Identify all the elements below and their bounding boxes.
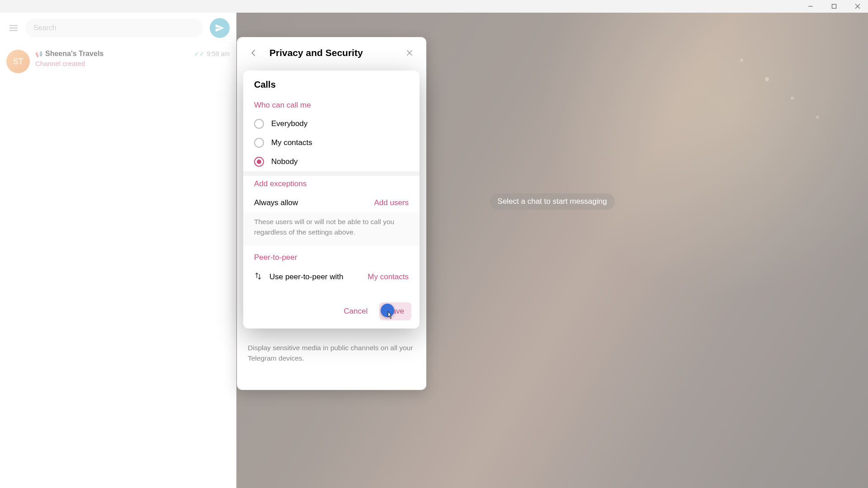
sensitive-media-note: Display sensitive media in public channe… [237, 339, 426, 372]
always-allow-label: Always allow [254, 198, 298, 207]
panel-title: Privacy and Security [269, 47, 394, 58]
close-window-button[interactable] [850, 2, 865, 11]
minimize-button[interactable] [803, 2, 818, 11]
exceptions-header: Add exceptions [243, 176, 420, 193]
radio-icon [254, 138, 264, 148]
radio-label: Everybody [271, 119, 307, 128]
radio-label: My contacts [271, 138, 312, 147]
modal-title: Calls [243, 70, 420, 97]
cancel-button[interactable]: Cancel [336, 302, 375, 320]
window-titlebar [0, 0, 868, 13]
p2p-value: My contacts [368, 272, 409, 282]
p2p-label: Use peer-to-peer with [269, 272, 343, 282]
always-allow-row[interactable]: Always allow Add users [243, 193, 420, 213]
modal-overlay [0, 13, 868, 488]
radio-option-my-contacts[interactable]: My contacts [243, 133, 420, 152]
radio-icon-selected [254, 157, 264, 167]
cursor-icon [386, 310, 394, 323]
p2p-header: Peer-to-peer [243, 246, 420, 267]
arrows-up-down-icon [254, 272, 262, 282]
add-users-link[interactable]: Add users [374, 198, 409, 207]
calls-settings-modal: Calls Who can call me Everybody My conta… [243, 70, 420, 328]
p2p-row[interactable]: Use peer-to-peer with My contacts [243, 267, 420, 293]
save-button[interactable]: Save [379, 302, 411, 320]
maximize-button[interactable] [826, 2, 842, 11]
exceptions-hint: These users will or will not be able to … [243, 213, 420, 246]
radio-icon [254, 119, 264, 129]
close-panel-button[interactable] [402, 45, 417, 61]
back-button[interactable] [246, 45, 261, 61]
svg-rect-1 [832, 5, 836, 9]
who-can-call-header: Who can call me [243, 97, 420, 114]
divider [243, 171, 420, 176]
radio-option-nobody[interactable]: Nobody [243, 152, 420, 171]
radio-option-everybody[interactable]: Everybody [243, 114, 420, 133]
radio-label: Nobody [271, 157, 298, 166]
